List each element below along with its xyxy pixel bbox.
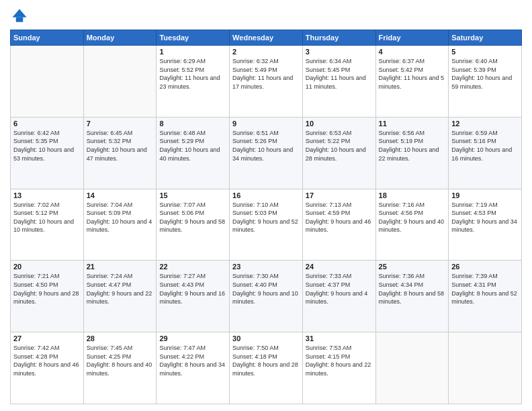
calendar-week-row: 6Sunrise: 6:42 AM Sunset: 5:35 PM Daylig…: [11, 117, 522, 189]
cell-content: Sunrise: 7:39 AM Sunset: 4:31 PM Dayligh…: [451, 272, 519, 306]
day-number: 18: [379, 191, 446, 199]
calendar-cell: 8Sunrise: 6:48 AM Sunset: 5:29 PM Daylig…: [157, 117, 230, 189]
cell-content: Sunrise: 6:59 AM Sunset: 5:16 PM Dayligh…: [451, 129, 519, 163]
day-number: 12: [451, 120, 519, 128]
day-number: 8: [159, 120, 226, 128]
day-number: 15: [159, 191, 226, 199]
cell-content: Sunrise: 6:32 AM Sunset: 5:49 PM Dayligh…: [232, 57, 300, 91]
cell-content: Sunrise: 7:02 AM Sunset: 5:12 PM Dayligh…: [13, 201, 81, 234]
weekday-header: Friday: [375, 30, 449, 46]
calendar-cell: 10Sunrise: 6:53 AM Sunset: 5:22 PM Dayli…: [302, 117, 375, 189]
calendar-cell: 9Sunrise: 6:51 AM Sunset: 5:26 PM Daylig…: [230, 117, 303, 189]
cell-content: Sunrise: 7:47 AM Sunset: 4:22 PM Dayligh…: [159, 344, 226, 377]
calendar-cell: 27Sunrise: 7:42 AM Sunset: 4:28 PM Dayli…: [11, 332, 84, 404]
cell-content: Sunrise: 7:19 AM Sunset: 4:53 PM Dayligh…: [451, 201, 519, 234]
day-number: 11: [379, 120, 446, 128]
day-number: 19: [451, 191, 519, 199]
calendar-cell: 4Sunrise: 6:37 AM Sunset: 5:42 PM Daylig…: [375, 46, 449, 118]
calendar-week-row: 1Sunrise: 6:29 AM Sunset: 5:52 PM Daylig…: [11, 46, 522, 118]
calendar-cell: 3Sunrise: 6:34 AM Sunset: 5:45 PM Daylig…: [302, 46, 375, 118]
weekday-header: Saturday: [449, 30, 522, 46]
calendar-cell: 5Sunrise: 6:40 AM Sunset: 5:39 PM Daylig…: [449, 46, 522, 118]
calendar-cell: 2Sunrise: 6:32 AM Sunset: 5:49 PM Daylig…: [230, 46, 303, 118]
cell-content: Sunrise: 6:45 AM Sunset: 5:32 PM Dayligh…: [87, 129, 154, 163]
svg-rect-1: [16, 17, 24, 22]
calendar-cell: [375, 332, 449, 404]
calendar-cell: 11Sunrise: 6:56 AM Sunset: 5:19 PM Dayli…: [375, 117, 449, 189]
calendar-cell: 23Sunrise: 7:30 AM Sunset: 4:40 PM Dayli…: [230, 261, 303, 332]
calendar-week-row: 20Sunrise: 7:21 AM Sunset: 4:50 PM Dayli…: [11, 261, 522, 332]
day-number: 16: [232, 191, 300, 199]
calendar-cell: 25Sunrise: 7:36 AM Sunset: 4:34 PM Dayli…: [375, 261, 449, 332]
day-number: 24: [306, 263, 373, 271]
cell-content: Sunrise: 7:07 AM Sunset: 5:06 PM Dayligh…: [159, 201, 226, 234]
cell-content: Sunrise: 7:42 AM Sunset: 4:28 PM Dayligh…: [13, 344, 81, 377]
day-number: 2: [232, 48, 300, 56]
calendar-body: 1Sunrise: 6:29 AM Sunset: 5:52 PM Daylig…: [11, 46, 522, 404]
calendar-cell: 12Sunrise: 6:59 AM Sunset: 5:16 PM Dayli…: [449, 117, 522, 189]
calendar-cell: [11, 46, 84, 118]
header: [10, 7, 522, 26]
cell-content: Sunrise: 7:53 AM Sunset: 4:15 PM Dayligh…: [306, 344, 373, 377]
calendar-table: SundayMondayTuesdayWednesdayThursdayFrid…: [10, 30, 522, 404]
calendar-cell: 7Sunrise: 6:45 AM Sunset: 5:32 PM Daylig…: [83, 117, 157, 189]
day-number: 31: [306, 334, 373, 342]
calendar-cell: [83, 46, 157, 118]
svg-marker-0: [13, 9, 27, 17]
day-number: 9: [232, 120, 300, 128]
weekday-header: Tuesday: [157, 30, 230, 46]
cell-content: Sunrise: 6:51 AM Sunset: 5:26 PM Dayligh…: [232, 129, 300, 163]
cell-content: Sunrise: 7:13 AM Sunset: 4:59 PM Dayligh…: [306, 201, 373, 234]
calendar-cell: 30Sunrise: 7:50 AM Sunset: 4:18 PM Dayli…: [230, 332, 303, 404]
day-number: 29: [159, 334, 226, 342]
calendar-header: SundayMondayTuesdayWednesdayThursdayFrid…: [11, 30, 522, 46]
cell-content: Sunrise: 6:40 AM Sunset: 5:39 PM Dayligh…: [451, 57, 519, 91]
cell-content: Sunrise: 6:56 AM Sunset: 5:19 PM Dayligh…: [379, 129, 446, 163]
cell-content: Sunrise: 7:21 AM Sunset: 4:50 PM Dayligh…: [13, 272, 81, 306]
weekday-header: Wednesday: [230, 30, 303, 46]
page: SundayMondayTuesdayWednesdayThursdayFrid…: [0, 0, 532, 411]
day-number: 22: [159, 263, 226, 271]
calendar-cell: 18Sunrise: 7:16 AM Sunset: 4:56 PM Dayli…: [375, 189, 449, 261]
cell-content: Sunrise: 6:29 AM Sunset: 5:52 PM Dayligh…: [159, 57, 226, 91]
cell-content: Sunrise: 7:50 AM Sunset: 4:18 PM Dayligh…: [232, 344, 300, 377]
day-number: 1: [159, 48, 226, 56]
weekday-header: Thursday: [302, 30, 375, 46]
calendar-cell: 28Sunrise: 7:45 AM Sunset: 4:25 PM Dayli…: [83, 332, 157, 404]
day-number: 13: [13, 191, 81, 199]
day-number: 27: [13, 334, 81, 342]
cell-content: Sunrise: 6:48 AM Sunset: 5:29 PM Dayligh…: [159, 129, 226, 163]
cell-content: Sunrise: 7:27 AM Sunset: 4:43 PM Dayligh…: [159, 272, 226, 306]
calendar-cell: [449, 332, 522, 404]
calendar-week-row: 27Sunrise: 7:42 AM Sunset: 4:28 PM Dayli…: [11, 332, 522, 404]
cell-content: Sunrise: 7:33 AM Sunset: 4:37 PM Dayligh…: [306, 272, 373, 306]
calendar-cell: 13Sunrise: 7:02 AM Sunset: 5:12 PM Dayli…: [11, 189, 84, 261]
cell-content: Sunrise: 7:04 AM Sunset: 5:09 PM Dayligh…: [87, 201, 154, 234]
calendar-cell: 31Sunrise: 7:53 AM Sunset: 4:15 PM Dayli…: [302, 332, 375, 404]
cell-content: Sunrise: 6:34 AM Sunset: 5:45 PM Dayligh…: [306, 57, 373, 91]
day-number: 20: [13, 263, 81, 271]
calendar-cell: 17Sunrise: 7:13 AM Sunset: 4:59 PM Dayli…: [302, 189, 375, 261]
cell-content: Sunrise: 6:53 AM Sunset: 5:22 PM Dayligh…: [306, 129, 373, 163]
day-number: 5: [451, 48, 519, 56]
calendar-cell: 21Sunrise: 7:24 AM Sunset: 4:47 PM Dayli…: [83, 261, 157, 332]
calendar-cell: 22Sunrise: 7:27 AM Sunset: 4:43 PM Dayli…: [157, 261, 230, 332]
calendar-cell: 20Sunrise: 7:21 AM Sunset: 4:50 PM Dayli…: [11, 261, 84, 332]
day-number: 28: [87, 334, 154, 342]
day-number: 10: [306, 120, 373, 128]
weekday-row: SundayMondayTuesdayWednesdayThursdayFrid…: [11, 30, 522, 46]
cell-content: Sunrise: 7:30 AM Sunset: 4:40 PM Dayligh…: [232, 272, 300, 306]
cell-content: Sunrise: 7:36 AM Sunset: 4:34 PM Dayligh…: [379, 272, 446, 306]
calendar-cell: 14Sunrise: 7:04 AM Sunset: 5:09 PM Dayli…: [83, 189, 157, 261]
calendar-cell: 16Sunrise: 7:10 AM Sunset: 5:03 PM Dayli…: [230, 189, 303, 261]
cell-content: Sunrise: 6:42 AM Sunset: 5:35 PM Dayligh…: [13, 129, 81, 163]
calendar-cell: 24Sunrise: 7:33 AM Sunset: 4:37 PM Dayli…: [302, 261, 375, 332]
calendar-cell: 29Sunrise: 7:47 AM Sunset: 4:22 PM Dayli…: [157, 332, 230, 404]
calendar-week-row: 13Sunrise: 7:02 AM Sunset: 5:12 PM Dayli…: [11, 189, 522, 261]
calendar-cell: 1Sunrise: 6:29 AM Sunset: 5:52 PM Daylig…: [157, 46, 230, 118]
cell-content: Sunrise: 7:10 AM Sunset: 5:03 PM Dayligh…: [232, 201, 300, 234]
weekday-header: Monday: [83, 30, 157, 46]
calendar-cell: 6Sunrise: 6:42 AM Sunset: 5:35 PM Daylig…: [11, 117, 84, 189]
cell-content: Sunrise: 7:24 AM Sunset: 4:47 PM Dayligh…: [87, 272, 154, 306]
cell-content: Sunrise: 7:45 AM Sunset: 4:25 PM Dayligh…: [87, 344, 154, 377]
